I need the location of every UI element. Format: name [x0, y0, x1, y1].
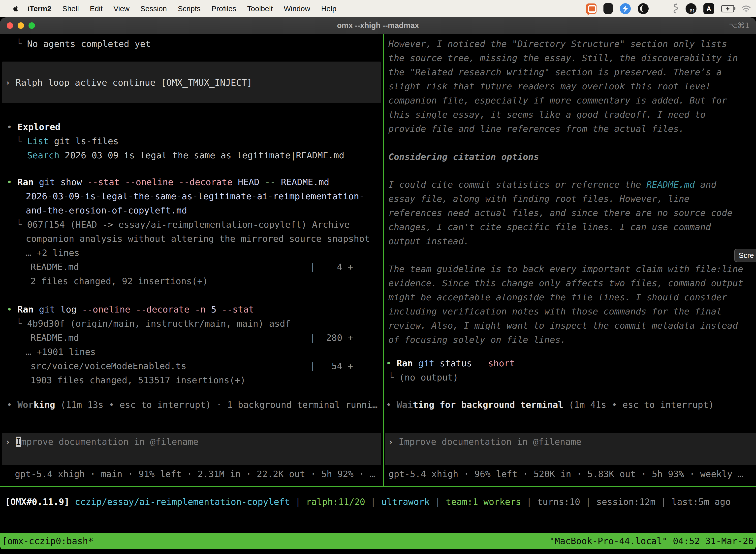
window-title-bar[interactable]: omx --xhigh --madmax ⌥⌘1 — [0, 17, 756, 34]
ran-git-status-header: • Ran git status --short — [386, 356, 515, 370]
pane-divider-vertical[interactable] — [383, 34, 384, 486]
menu-item-help[interactable]: Help — [321, 4, 336, 13]
ran-git-log-stat-line-1: README.md | 280 + — [30, 331, 353, 345]
ran-git-log-summary: 1903 files changed, 513517 insertions(+) — [30, 373, 246, 387]
thinking-p2-line-1: I could cite commit statistics or refere… — [388, 177, 716, 191]
thinking-p1-line-4: slight risk that future readers may over… — [388, 79, 711, 93]
tmux-session-name: [omx-cczip0:bash* — [2, 533, 93, 549]
thinking-p1-line-3: the "Related research writing" section i… — [388, 65, 722, 79]
thinking-p1-line-2: the source tree, missing the essay. Stil… — [388, 51, 738, 65]
menu-item-toolbelt[interactable]: Toolbelt — [247, 4, 273, 13]
ran-git-show-arg-line-1: 2026-03-09-is-legal-the-same-as-legitima… — [26, 189, 364, 203]
thinking-p1-line-7: provide file and line references from th… — [388, 122, 684, 136]
menu-item-scripts[interactable]: Scripts — [178, 4, 201, 13]
blue-bolt-icon[interactable] — [620, 3, 631, 14]
thinking-p1-line-1: However, I noticed the "Directory Struct… — [388, 37, 727, 51]
thinking-p3-line-6: of focusing solely on file lines. — [388, 333, 566, 347]
menu-bar: iTerm2 Shell Edit View Session Scripts P… — [0, 0, 756, 17]
shield-keypad-icon[interactable] — [604, 3, 613, 14]
ran-git-show-output-3: … +2 lines — [26, 246, 80, 260]
ran-git-log-stat-line-2: src/voice/voiceModeEnabled.ts | 54 + — [30, 359, 353, 373]
window-title: omx --xhigh --madmax — [0, 17, 756, 34]
ran-git-log-ellipsis: … +1901 lines — [26, 345, 96, 359]
thinking-p3-line-3: might be acceptable alongside the file l… — [388, 290, 727, 304]
ran-git-log-header: • Ran git log --oneline --decorate -n 5 … — [7, 302, 254, 317]
a-square-icon[interactable]: A — [703, 3, 714, 14]
squiggle-icon[interactable] — [672, 3, 679, 14]
thinking-heading: Considering citation options — [388, 150, 539, 164]
thinking-p3-line-2: evidence. Since this change only affects… — [388, 276, 743, 290]
thinking-p1-line-6: this single essay, it seems like a good … — [388, 107, 706, 122]
explored-list-line: └ List git ls-files — [16, 134, 119, 148]
badge-61-icon[interactable]: ..61 — [686, 3, 696, 14]
battery-charging-icon[interactable] — [721, 5, 734, 12]
waiting-status-line: • Waiting for background terminal (1m 41… — [386, 398, 714, 412]
menu-items: iTerm2 Shell Edit View Session Scripts P… — [27, 4, 336, 13]
tmux-status-bar: [omx-cczip0:bash* "MacBook-Pro-44.local"… — [0, 533, 756, 549]
left-agent-pane: └ No agents completed yet › Ralph loop a… — [0, 34, 383, 486]
menu-item-window[interactable]: Window — [284, 4, 310, 13]
prompt-input-left-text[interactable]: › Improve documentation in @filename — [2, 433, 381, 449]
thinking-p2-line-5: output instead. — [388, 234, 469, 248]
window-shortcut-hint: ⌥⌘1 — [729, 17, 750, 34]
screen-share-overlay-button[interactable]: Scre — [734, 249, 756, 262]
menu-item-iterm2[interactable]: iTerm2 — [27, 4, 51, 13]
screen-share-overlay-label: Scre — [739, 251, 754, 260]
pane-divider-horizontal — [0, 486, 756, 487]
ran-git-status-output: └ (no output) — [388, 370, 458, 384]
wifi-icon[interactable] — [741, 5, 751, 12]
explored-search-line: Search 2026-03-09-is-legal-the-same-as-l… — [16, 148, 344, 162]
thinking-p3-line-4: including verification notes with those … — [388, 304, 722, 319]
ran-git-show-header: • Ran git show --stat --oneline --decora… — [7, 175, 329, 189]
menu-item-view[interactable]: View — [114, 4, 129, 13]
menu-status-icons: ..61 A — [586, 2, 751, 15]
ralph-loop-line: › Ralph loop active continue [OMX_TMUX_I… — [2, 75, 252, 90]
thinking-p2-line-3: references need actual files, and since … — [388, 206, 733, 220]
apple-menu-icon[interactable] — [12, 4, 19, 13]
explored-header: • Explored — [7, 120, 61, 134]
thinking-p1-line-5: companion file, especially if more comme… — [388, 93, 727, 107]
model-status-right: gpt-5.4 xhigh · 96% left · 520K in · 5.8… — [388, 467, 743, 481]
thinking-p2-line-4: changes, I can't cite specific file line… — [388, 220, 711, 234]
ran-git-show-output-1: └ 067f154 (HEAD -> essay/ai-reimplementa… — [16, 217, 350, 232]
thinking-p3-line-1: The team guideline is to back every impo… — [388, 262, 743, 276]
iterm2-window: omx --xhigh --madmax ⌥⌘1 └ No agents com… — [0, 17, 756, 551]
ran-git-show-summary: 2 files changed, 92 insertions(+) — [30, 274, 208, 288]
dots-grid-icon[interactable] — [655, 4, 665, 13]
menu-item-profiles[interactable]: Profiles — [211, 4, 236, 13]
moon-icon[interactable] — [638, 3, 649, 14]
orange-chat-icon[interactable] — [586, 3, 596, 14]
menu-item-shell[interactable]: Shell — [62, 4, 79, 13]
menu-item-session[interactable]: Session — [140, 4, 167, 13]
ralph-loop-box: › Ralph loop active continue [OMX_TMUX_I… — [2, 62, 381, 103]
thinking-p2-line-2: essay file, along with finding root file… — [388, 191, 690, 206]
tmux-host-clock: "MacBook-Pro-44.local" 04:52 31-Mar-26 — [549, 533, 754, 549]
menu-item-edit[interactable]: Edit — [90, 4, 103, 13]
no-agents-line: └ No agents completed yet — [16, 37, 151, 51]
right-agent-pane: However, I noticed the "Directory Struct… — [384, 34, 756, 486]
prompt-input-right[interactable]: › Improve documentation in @filename — [385, 433, 756, 465]
thinking-p3-line-5: review. Also, I might want to inspect th… — [388, 319, 738, 333]
model-status-left: gpt-5.4 xhigh · main · 91% left · 2.31M … — [15, 467, 375, 481]
working-status-line: • Working (11m 13s • esc to interrupt) ·… — [7, 398, 378, 412]
prompt-input-right-text[interactable]: › Improve documentation in @filename — [385, 433, 756, 449]
ran-git-show-output-2: companion analysis without altering the … — [26, 232, 370, 246]
prompt-input-left[interactable]: › Improve documentation in @filename — [2, 433, 381, 465]
ran-git-show-arg-line-2: and-the-erosion-of-copyleft.md — [26, 203, 187, 217]
omx-status-line: [OMX#0.11.9] cczip/essay/ai-reimplementa… — [5, 495, 731, 509]
ran-git-show-stat-line: README.md | 4 + — [30, 260, 353, 274]
ran-git-log-output-1: └ 4b9d30f (origin/main, instructkr/main,… — [16, 317, 291, 331]
